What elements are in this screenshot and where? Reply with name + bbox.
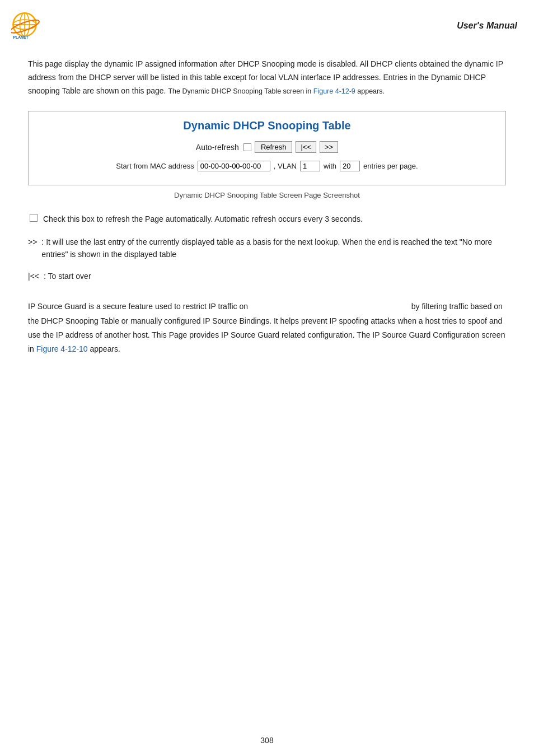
mac-address-input[interactable] [198,161,270,171]
manual-title: User's Manual [457,21,517,31]
ip-source-fig-suffix: appears. [90,344,120,353]
refresh-button[interactable]: Refresh [255,141,293,153]
entries-per-page-label: entries per page. [363,162,418,170]
next-desc-text: : It will use the last entry of the curr… [41,236,506,261]
ip-source-text-1: IP Source Guard is a secure feature used… [28,302,248,311]
table-params-row: Start from MAC address , VLAN with entri… [29,158,505,174]
table-caption: Dynamic DHCP Snooping Table Screen Page … [28,191,506,199]
vlan-label: , VLAN [274,162,297,170]
figure-4-12-9-link[interactable]: Figure 4-12-9 [313,87,355,95]
prev-btn-desc[interactable]: |<< [28,270,39,283]
svg-text:Networking & Communication: Networking & Communication [13,40,45,41]
planet-logo-icon: PLANET Networking & Communication [11,10,45,41]
next-button-description: >> : It will use the last entry of the c… [28,236,506,261]
table-controls-row: Auto-refresh Refresh |<< >> [29,138,505,158]
svg-text:PLANET: PLANET [13,35,29,39]
ip-source-guard-section: IP Source Guard is a secure feature used… [28,300,506,356]
next-btn-desc[interactable]: >> [28,236,37,249]
next-page-button[interactable]: >> [320,141,338,153]
logo-container: PLANET Networking & Communication [11,10,45,41]
with-label: with [324,162,336,170]
table-title: Dynamic DHCP Snooping Table [29,111,505,138]
dhcp-snooping-table-box: Dynamic DHCP Snooping Table Auto-refresh… [28,111,506,185]
vlan-input[interactable] [300,161,320,171]
ip-source-text-spacer [250,302,409,311]
page-number: 308 [260,736,273,745]
intro-small-text: The Dynamic DHCP Snooping Table screen i… [168,87,385,95]
entries-per-page-input[interactable] [340,161,360,171]
prev-button-description: |<< : To start over [28,270,506,283]
ip-source-text: IP Source Guard is a secure feature used… [28,300,506,356]
figure-4-12-10-link[interactable]: Figure 4-12-10 [36,344,88,353]
auto-refresh-label-desc [28,213,39,222]
auto-refresh-label: Auto-refresh [196,143,239,152]
prev-desc-text: : To start over [44,270,506,282]
mac-address-label: Start from MAC address [116,162,194,170]
intro-paragraph: This page display the dynamic IP assigne… [28,58,506,97]
main-content: This page display the dynamic IP assigne… [0,46,534,383]
page-header: PLANET Networking & Communication User's… [0,0,534,46]
auto-refresh-checkbox-desc[interactable] [30,214,38,222]
auto-refresh-description: Check this box to refresh the Page autom… [28,213,506,225]
prev-page-button[interactable]: |<< [296,141,316,153]
auto-refresh-desc-text: Check this box to refresh the Page autom… [43,213,506,225]
auto-refresh-checkbox[interactable] [243,143,251,151]
